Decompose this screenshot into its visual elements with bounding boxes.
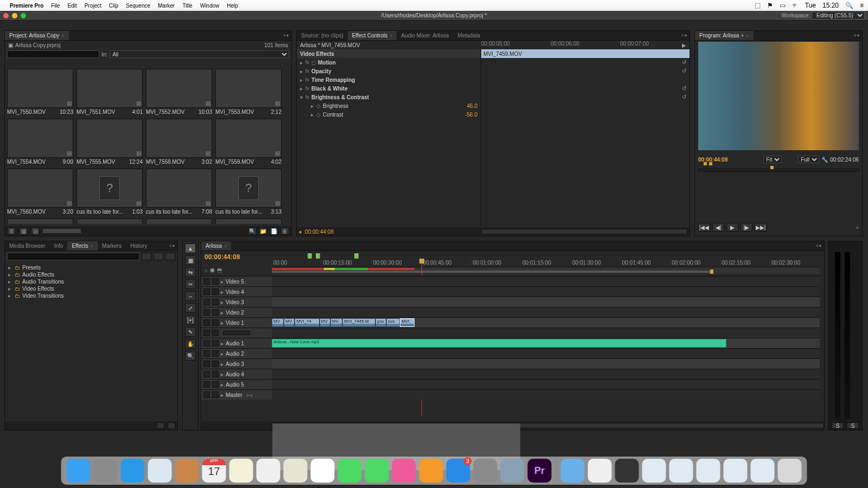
track-lane[interactable] — [272, 287, 820, 297]
clip-thumbnail[interactable] — [146, 219, 212, 224]
play-button[interactable]: ▶ — [726, 223, 738, 232]
dock-item-s3[interactable] — [697, 459, 720, 483]
menu-help[interactable]: Help — [227, 3, 238, 9]
audio-track[interactable]: ▸Audio 3 — [201, 358, 820, 369]
work-area-bar[interactable] — [272, 267, 820, 274]
clip-thumbnail[interactable] — [76, 219, 143, 224]
effect-row[interactable]: ▸fxOpacity — [297, 67, 481, 75]
project-clip[interactable]: MVI_7554.MOV9:00 — [7, 119, 73, 165]
disclosure-icon[interactable]: ▸ — [221, 351, 224, 357]
video-clip[interactable]: MV — [330, 318, 342, 327]
status-menu-icon[interactable]: ≡ — [860, 2, 864, 9]
fx-toggle-icon[interactable]: fx — [305, 77, 309, 82]
effects-search-input[interactable] — [7, 253, 139, 260]
track-lock-toggle[interactable] — [212, 299, 219, 305]
track-lane[interactable] — [272, 369, 820, 379]
effects-filter-accel-icon[interactable] — [165, 253, 175, 260]
solo-left-button[interactable]: S — [832, 422, 844, 429]
source-panel-tab[interactable]: Source: (no clips) — [297, 31, 348, 40]
tool-button[interactable]: ▲ — [185, 243, 196, 253]
tool-button[interactable]: ↔ — [185, 291, 196, 301]
effect-row[interactable]: ▾fxBrightness & Contrast — [297, 93, 481, 101]
track-output-toggle[interactable] — [203, 288, 210, 295]
clip-thumbnail[interactable] — [7, 219, 73, 224]
track-output-toggle[interactable] — [203, 278, 210, 285]
settings-icon[interactable]: ⬒ — [217, 267, 222, 273]
project-clip[interactable]: cus its too late for...1:03 — [76, 169, 143, 215]
track-name[interactable]: Master — [226, 392, 242, 398]
close-icon[interactable]: × — [61, 33, 64, 38]
disclosure-icon[interactable]: ▸ — [300, 77, 305, 83]
video-clip[interactable]: MV — [272, 318, 284, 327]
solo-toggle[interactable] — [212, 340, 219, 346]
keyframe-toggle-icon[interactable]: ◇ — [316, 103, 321, 109]
mute-toggle[interactable] — [203, 381, 210, 388]
dock-app-contacts[interactable] — [175, 459, 199, 483]
effect-param[interactable]: ▸◇Brightness46.0 — [297, 101, 481, 110]
bc-reset-icon[interactable]: ↺ — [682, 94, 686, 100]
effect-row[interactable]: ▸fx◻Motion — [297, 58, 481, 67]
menu-project[interactable]: Project — [85, 3, 101, 9]
dock-item-doc2[interactable] — [615, 459, 639, 483]
project-clip[interactable]: cus its too late for...3:13 — [215, 169, 282, 215]
effects-folder[interactable]: ▸🗀Audio Effects — [8, 271, 174, 278]
menu-title[interactable]: Title — [182, 3, 193, 9]
step-forward-button[interactable]: |▶ — [741, 223, 752, 232]
param-value[interactable]: 46.0 — [467, 103, 477, 109]
audio-track[interactable]: ▸Audio 2 — [201, 348, 820, 358]
minimize-window-button[interactable] — [12, 13, 17, 18]
track-lock-toggle[interactable] — [212, 309, 219, 316]
new-custom-bin-button[interactable] — [157, 422, 164, 429]
workspace-select[interactable]: Editing (CS5.5) — [812, 11, 865, 20]
project-clip[interactable] — [215, 219, 282, 224]
project-clip[interactable] — [146, 219, 212, 224]
project-clip[interactable]: MVI_7550.MOV10:23 — [7, 69, 73, 115]
status-day[interactable]: Tue — [805, 2, 816, 9]
track-lane[interactable] — [272, 349, 820, 358]
effects-filter-32-icon[interactable] — [142, 253, 151, 260]
dock-app-messages[interactable] — [338, 459, 362, 483]
video-track[interactable]: ▸Video 2 — [201, 307, 820, 317]
menu-window[interactable]: Window — [200, 3, 220, 9]
effects-folder[interactable]: ▸🗀Audio Transitions — [8, 278, 174, 285]
track-name[interactable]: Audio 1 — [226, 341, 244, 346]
motion-reset-icon[interactable]: ↺ — [682, 59, 686, 65]
close-window-button[interactable] — [3, 13, 9, 18]
track-output-toggle[interactable] — [203, 330, 210, 336]
dock-item-trash[interactable] — [778, 459, 802, 483]
delete-custom-item-button[interactable] — [168, 422, 175, 429]
solo-toggle[interactable] — [212, 391, 219, 398]
sequence-tab[interactable]: Arlissa× — [201, 241, 231, 251]
project-thumbnails[interactable]: MVI_7550.MOV10:23 MVI_7551.MOV4:01 MVI_7… — [7, 69, 289, 224]
bw-reset-icon[interactable]: ↺ — [682, 85, 686, 91]
source-panel-tab[interactable]: Metadata — [453, 31, 484, 40]
disclosure-icon[interactable]: ▸ — [221, 310, 224, 316]
fxbrowser-tab[interactable]: Effects× — [67, 241, 98, 251]
clip-thumbnail[interactable] — [215, 69, 282, 108]
icon-view-button[interactable]: ▦ — [19, 227, 28, 235]
disclosure-icon[interactable]: ▸ — [221, 289, 224, 295]
solo-toggle[interactable] — [212, 381, 219, 388]
tool-button[interactable]: ▦ — [185, 255, 196, 265]
project-tab[interactable]: Project: Arlissa Copy× — [5, 31, 69, 40]
menu-edit[interactable]: Edit — [67, 3, 76, 9]
dock-item-downloads[interactable] — [561, 459, 585, 483]
dock-item-s1[interactable] — [642, 459, 666, 483]
project-clip[interactable]: MVI_7552.MOV10:03 — [146, 69, 212, 115]
solo-toggle[interactable] — [212, 371, 219, 377]
clip-thumbnail[interactable] — [215, 169, 282, 208]
track-output-toggle[interactable] — [203, 299, 210, 305]
video-clip[interactable]: MV — [320, 318, 330, 327]
disclosure-icon[interactable]: ▸ — [221, 392, 224, 398]
program-viewport[interactable] — [698, 42, 859, 150]
status-wifi-icon[interactable]: ᯤ — [792, 2, 799, 9]
status-flag-icon[interactable]: ⚑ — [767, 2, 773, 9]
track-name[interactable]: Audio 3 — [226, 361, 244, 367]
marker-icon[interactable]: ⬣ — [210, 267, 215, 273]
mute-toggle[interactable] — [203, 361, 210, 367]
new-bin-button[interactable]: 📁 — [259, 227, 267, 235]
track-name[interactable]: Video 4 — [226, 289, 244, 295]
fx-toggle-icon[interactable]: fx — [305, 94, 309, 100]
disclosure-icon[interactable]: ▸ — [221, 371, 224, 377]
fx-toggle-icon[interactable]: fx — [305, 60, 309, 65]
